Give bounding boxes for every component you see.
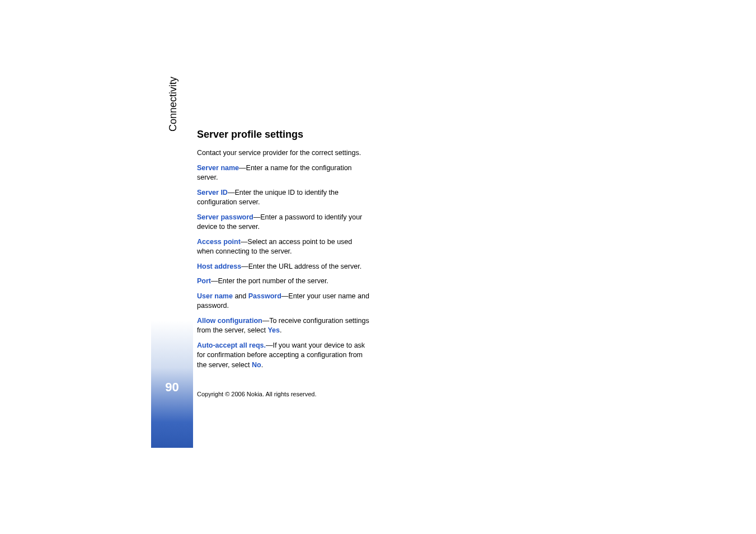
setting-server-id: Server ID—Enter the unique ID to identif… xyxy=(197,188,370,208)
term-username: User name xyxy=(197,292,233,300)
setting-auto-accept: Auto-accept all reqs.—If you want your d… xyxy=(197,341,370,371)
intro-text: Contact your service provider for the co… xyxy=(197,148,370,158)
term-server-name: Server name xyxy=(197,164,239,172)
setting-port: Port—Enter the port number of the server… xyxy=(197,277,370,287)
desc-auto-accept-2: . xyxy=(261,361,263,369)
setting-host-address: Host address—Enter the URL address of th… xyxy=(197,262,370,272)
value-yes: Yes xyxy=(267,326,280,334)
desc-port: —Enter the port number of the server. xyxy=(211,277,328,285)
term-server-password: Server password xyxy=(197,213,253,221)
term-port: Port xyxy=(197,277,211,285)
setting-username-password: User name and Password—Enter your user n… xyxy=(197,292,370,311)
setting-access-point: Access point—Select an access point to b… xyxy=(197,237,370,257)
setting-server-password: Server password—Enter a password to iden… xyxy=(197,213,370,232)
sidebar: Connectivity 90 xyxy=(151,84,193,448)
term-auto-accept: Auto-accept all reqs. xyxy=(197,341,266,349)
mid-text: and xyxy=(233,292,248,300)
term-server-id: Server ID xyxy=(197,189,228,196)
desc-host-address: —Enter the URL address of the server. xyxy=(241,263,361,270)
term-access-point: Access point xyxy=(197,238,241,246)
term-allow-configuration: Allow configuration xyxy=(197,317,262,325)
term-password: Password xyxy=(248,292,281,300)
value-no: No xyxy=(252,361,261,369)
content-column: Server profile settings Contact your ser… xyxy=(197,129,370,375)
page-number: 90 xyxy=(151,380,193,395)
page-container: Connectivity 90 Server profile settings … xyxy=(151,84,604,453)
setting-server-name: Server name—Enter a name for the configu… xyxy=(197,163,370,183)
desc-allow-config-2: . xyxy=(280,326,281,334)
setting-allow-configuration: Allow configuration—To receive configura… xyxy=(197,316,370,336)
section-heading: Server profile settings xyxy=(197,129,370,140)
sidebar-section-label: Connectivity xyxy=(167,77,179,132)
term-host-address: Host address xyxy=(197,263,241,270)
copyright-text: Copyright © 2006 Nokia. All rights reser… xyxy=(197,391,317,397)
